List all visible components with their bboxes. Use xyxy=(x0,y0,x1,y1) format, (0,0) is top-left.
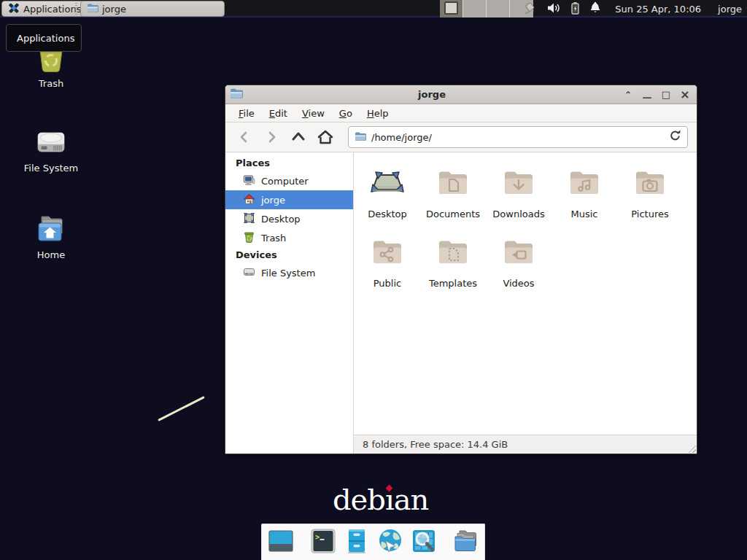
bottom-dock: > xyxy=(261,524,485,560)
wallpaper-line-artifact xyxy=(158,396,205,421)
back-button[interactable] xyxy=(236,128,253,146)
folder-label: Music xyxy=(551,209,617,219)
logo-text-left: deb xyxy=(333,483,385,516)
sidebar-header-places: Places xyxy=(225,155,353,171)
sidebar-item-trash[interactable]: Trash xyxy=(225,228,353,247)
drive-desktop-icon xyxy=(18,125,85,159)
path-text[interactable]: /home/jorge/ xyxy=(371,132,664,143)
battery-icon[interactable] xyxy=(570,1,580,17)
desktop-icon-label: Trash xyxy=(18,78,85,89)
tooltip-text: Applications xyxy=(17,33,74,44)
desktop-icon-file-system[interactable]: File System xyxy=(18,125,85,174)
sidebar-item-computer[interactable]: Computer xyxy=(225,171,353,190)
window-titlebar[interactable]: jorge ⌃ — □ × xyxy=(225,85,697,104)
workspace-window-thumb xyxy=(444,1,458,15)
dock-folder-stack-button[interactable] xyxy=(452,528,480,557)
logo-letter-i: ı xyxy=(385,483,394,516)
panel-clock[interactable]: Sun 25 Apr, 10:06 xyxy=(615,4,701,15)
home-button[interactable] xyxy=(317,128,334,146)
menu-item-go[interactable]: Go xyxy=(332,106,360,121)
dock-app-finder-button[interactable] xyxy=(410,528,438,557)
dock-terminal-button[interactable]: > xyxy=(309,528,337,557)
up-button[interactable] xyxy=(290,128,307,146)
folder-label: Pictures xyxy=(617,209,683,219)
workspace-1[interactable] xyxy=(440,0,463,18)
folder-label: Public xyxy=(355,278,420,289)
window-folder-icon xyxy=(230,88,243,101)
window-controls: ⌃ — □ × xyxy=(621,88,692,102)
sidebar-header-devices: Devices xyxy=(225,247,353,263)
logo-text-right: an xyxy=(394,483,429,516)
xfce-applications-icon xyxy=(8,2,20,16)
folder-item-public[interactable]: Public xyxy=(355,234,420,289)
folder-icon-videos xyxy=(486,234,551,269)
home-desktop-icon xyxy=(18,212,85,246)
panel-separator-handle xyxy=(75,3,77,15)
computer-icon xyxy=(243,174,255,188)
menu-item-help[interactable]: Help xyxy=(360,106,396,121)
desktop-icon xyxy=(243,212,255,226)
sidebar-item-label: jorge xyxy=(261,195,285,206)
folder-icon xyxy=(87,3,98,15)
menu-item-file[interactable]: File xyxy=(231,106,262,121)
sidebar-item-label: Trash xyxy=(261,233,286,244)
file-view[interactable]: Desktop Documents Downloads Music Pictur… xyxy=(354,152,697,454)
network-icon[interactable] xyxy=(523,1,538,17)
system-tray: Sun 25 Apr, 10:06 jorge xyxy=(523,0,747,18)
workspace-pager xyxy=(440,0,533,18)
folder-item-documents[interactable]: Documents xyxy=(420,165,486,219)
shade-button[interactable]: ⌃ xyxy=(621,88,635,102)
workspace-3[interactable] xyxy=(487,0,510,18)
resize-grip[interactable] xyxy=(687,444,696,453)
folder-stack-icon xyxy=(452,527,480,557)
taskbar-window-button[interactable]: jorge xyxy=(80,1,225,17)
notifications-bell-icon[interactable] xyxy=(589,1,601,16)
logo-red-diamond xyxy=(385,485,392,492)
folder-icon-templates xyxy=(420,234,486,269)
minimize-button[interactable]: — xyxy=(640,88,654,102)
menu-item-edit[interactable]: Edit xyxy=(262,106,295,121)
terminal-icon: > xyxy=(309,527,337,557)
desktop-icon-label: File System xyxy=(18,163,85,174)
status-text: 8 folders, Free space: 14.4 GiB xyxy=(363,439,508,450)
dock-show-desktop-button[interactable] xyxy=(267,528,295,557)
folder-icon-public xyxy=(355,234,420,269)
app-finder-icon xyxy=(410,527,438,557)
folder-item-pictures[interactable]: Pictures xyxy=(617,165,683,219)
window-body: Places Computer jorge Desktop TrashDevic… xyxy=(225,152,697,454)
sidebar-item-label: File System xyxy=(261,268,315,279)
sidebar-item-jorge[interactable]: jorge xyxy=(225,190,353,209)
show-desktop-icon xyxy=(267,527,295,557)
volume-icon[interactable] xyxy=(547,2,561,16)
folder-item-templates[interactable]: Templates xyxy=(420,234,486,289)
taskbar-window-label: jorge xyxy=(102,4,126,15)
location-bar[interactable]: /home/jorge/ xyxy=(348,126,688,148)
folder-label: Downloads xyxy=(486,209,551,219)
folder-item-videos[interactable]: Videos xyxy=(486,234,551,289)
drive-icon xyxy=(243,266,255,280)
folder-icon-desktop xyxy=(355,165,420,200)
sidebar-item-desktop[interactable]: Desktop xyxy=(225,209,353,228)
folder-item-music[interactable]: Music xyxy=(551,165,617,219)
maximize-button[interactable]: □ xyxy=(659,88,673,102)
sidebar-item-file-system[interactable]: File System xyxy=(225,263,353,282)
applications-tooltip: Applications xyxy=(6,24,82,52)
menu-bar: FileEditViewGoHelp xyxy=(225,104,697,122)
folder-item-desktop[interactable]: Desktop xyxy=(355,165,420,219)
applications-menu-label: Applications xyxy=(23,4,81,15)
trash-icon xyxy=(243,231,255,245)
menu-item-view[interactable]: View xyxy=(295,106,332,121)
panel-username[interactable]: jorge xyxy=(718,4,742,15)
folder-icon-music xyxy=(551,165,617,200)
desktop-icon-home[interactable]: Home xyxy=(18,212,85,260)
file-cabinet-icon xyxy=(343,527,371,557)
folder-item-downloads[interactable]: Downloads xyxy=(486,165,551,219)
dock-web-browser-button[interactable] xyxy=(376,528,404,557)
close-button[interactable]: × xyxy=(678,88,692,102)
dock-file-cabinet-button[interactable] xyxy=(343,528,371,557)
reload-icon[interactable] xyxy=(669,130,681,144)
workspace-2[interactable] xyxy=(463,0,487,18)
window-title: jorge xyxy=(243,89,621,100)
path-folder-icon xyxy=(355,131,366,144)
forward-button[interactable] xyxy=(263,128,280,146)
